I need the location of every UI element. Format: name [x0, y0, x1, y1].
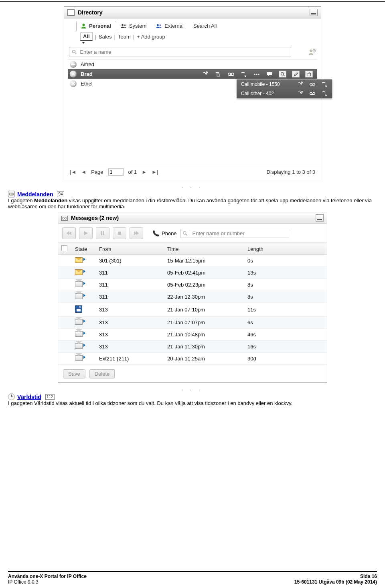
call-icon[interactable]: [297, 81, 304, 87]
transfer-icon[interactable]: [321, 81, 328, 87]
call-mobile-icon[interactable]: [240, 71, 247, 77]
directory-subtabs: All | Sales | Team | + Add group: [80, 32, 317, 41]
svg-point-1: [122, 24, 124, 26]
popout-row[interactable]: Call other - 402: [237, 89, 332, 98]
svg-rect-20: [308, 73, 310, 76]
transfer-icon[interactable]: [321, 91, 328, 96]
add-contact-icon[interactable]: [308, 49, 316, 56]
presence-dnd-icon: [70, 61, 77, 68]
popout-label: Call mobile - 1550: [241, 81, 292, 87]
save-button[interactable]: Save: [63, 369, 85, 378]
col-length[interactable]: Length: [244, 243, 327, 255]
subtab-sales[interactable]: Sales: [99, 34, 112, 40]
contact-name: Alfred: [81, 61, 94, 67]
msg-from: 311: [96, 267, 164, 279]
voicemail-icon[interactable]: [309, 91, 316, 96]
msg-length: 46s: [244, 329, 327, 341]
phone-label: Phone: [162, 230, 177, 236]
message-row[interactable]: 31321-Jan 10:48pm46s: [58, 329, 327, 341]
message-row[interactable]: 31321-Jan 07:07pm6s: [58, 317, 327, 329]
svg-point-2: [124, 24, 126, 26]
more-options-icon[interactable]: [253, 71, 260, 77]
directory-row[interactable]: Alfred: [68, 59, 317, 69]
drag-handle-icon[interactable]: ▪ ▪ ▪: [168, 388, 217, 392]
tab-personal-label: Personal: [89, 23, 111, 29]
messages-title: Messages (2 new): [71, 215, 119, 221]
search-icon: [72, 49, 77, 55]
voicemail-icon[interactable]: [227, 71, 235, 77]
delete-button[interactable]: Delete: [89, 369, 115, 378]
messages-search-input[interactable]: [190, 229, 289, 238]
page-ref-badge: 94: [57, 191, 64, 197]
call-icon[interactable]: [297, 91, 304, 96]
meddelanden-link[interactable]: Meddelanden: [17, 191, 53, 197]
directory-search[interactable]: [69, 47, 291, 57]
call-work-icon[interactable]: [215, 71, 222, 77]
tab-search-all[interactable]: Search All: [189, 21, 222, 31]
select-all-cell[interactable]: [58, 243, 72, 255]
svg-rect-31: [118, 232, 121, 235]
drag-handle-icon[interactable]: ▪ ▪ ▪: [168, 185, 217, 189]
pager-next-icon[interactable]: ►: [142, 169, 147, 175]
pager-last-icon[interactable]: ►|: [152, 169, 158, 175]
varldstid-link[interactable]: Världstid: [17, 394, 41, 400]
checkbox-icon[interactable]: [61, 245, 67, 251]
rewind-button[interactable]: [62, 227, 76, 239]
directory-pager: |◄ ◄ Page of 1 ► ►| Displaying 1 to 3 of…: [64, 164, 321, 180]
msg-from: 301 (301): [96, 255, 164, 267]
chat-icon[interactable]: [266, 71, 273, 77]
msg-length: 8s: [244, 279, 327, 291]
pager-first-icon[interactable]: |◄: [70, 169, 76, 175]
call-icon[interactable]: [202, 71, 209, 77]
forward-button[interactable]: [130, 227, 143, 239]
minimize-button[interactable]: [316, 214, 324, 222]
svg-rect-29: [101, 231, 102, 235]
message-row[interactable]: 31321-Jan 11:30pm16s: [58, 341, 327, 353]
directory-search-input[interactable]: [79, 49, 288, 55]
pager-prev-icon[interactable]: ◄: [81, 169, 86, 175]
tab-search-all-label: Search All: [193, 23, 217, 29]
read-message-icon: [75, 281, 83, 287]
play-button[interactable]: [79, 227, 93, 239]
subtab-add-group[interactable]: + Add group: [137, 34, 165, 40]
delete-button[interactable]: [305, 71, 313, 77]
col-from[interactable]: From: [96, 243, 164, 255]
popout-row[interactable]: Call mobile - 1550: [237, 80, 332, 89]
msg-time: 21-Jan 07:07pm: [164, 317, 244, 329]
message-row[interactable]: 31321-Jan 07:10pm11s: [58, 303, 327, 317]
msg-length: 13s: [244, 267, 327, 279]
stop-button[interactable]: [113, 227, 126, 239]
directory-row-selected[interactable]: Brad: [68, 69, 317, 79]
tab-system[interactable]: System: [116, 21, 152, 31]
svg-point-16: [256, 73, 257, 75]
details-button[interactable]: [279, 71, 286, 77]
svg-point-27: [313, 92, 315, 94]
message-row[interactable]: Ext211 (211)20-Jan 11:25am30d: [58, 353, 327, 365]
messages-search[interactable]: [180, 229, 289, 238]
edit-button[interactable]: [292, 71, 300, 77]
svg-point-17: [258, 73, 259, 75]
col-state[interactable]: State: [72, 243, 96, 255]
tab-personal[interactable]: Personal: [76, 21, 116, 31]
page-ref-badge: 112: [45, 394, 55, 400]
voicemail-icon[interactable]: [309, 81, 316, 87]
message-row[interactable]: 31122-Jan 12:30pm8s: [58, 291, 327, 303]
msg-time: 15-Mar 12:15pm: [164, 255, 244, 267]
message-row[interactable]: 31105-Feb 02:41pm13s: [58, 267, 327, 279]
pause-button[interactable]: [96, 227, 109, 239]
msg-from: 313: [96, 329, 164, 341]
subtab-all[interactable]: All: [80, 32, 93, 41]
contact-name: Brad: [81, 71, 93, 77]
message-row[interactable]: 301 (301)15-Mar 12:15pm0s: [58, 255, 327, 267]
page-footer: Använda one-X Portal for IP Office IP Of…: [8, 571, 377, 585]
tab-external[interactable]: External: [152, 21, 189, 31]
pager-page-input[interactable]: [108, 168, 124, 176]
svg-line-19: [283, 75, 284, 76]
col-time[interactable]: Time: [164, 243, 244, 255]
svg-point-26: [310, 92, 312, 94]
message-row[interactable]: 31105-Feb 02:23pm8s: [58, 279, 327, 291]
msg-time: 21-Jan 11:30pm: [164, 341, 244, 353]
minimize-button[interactable]: [310, 9, 318, 16]
subtab-team[interactable]: Team: [118, 34, 131, 40]
directory-title: Directory: [78, 9, 102, 16]
